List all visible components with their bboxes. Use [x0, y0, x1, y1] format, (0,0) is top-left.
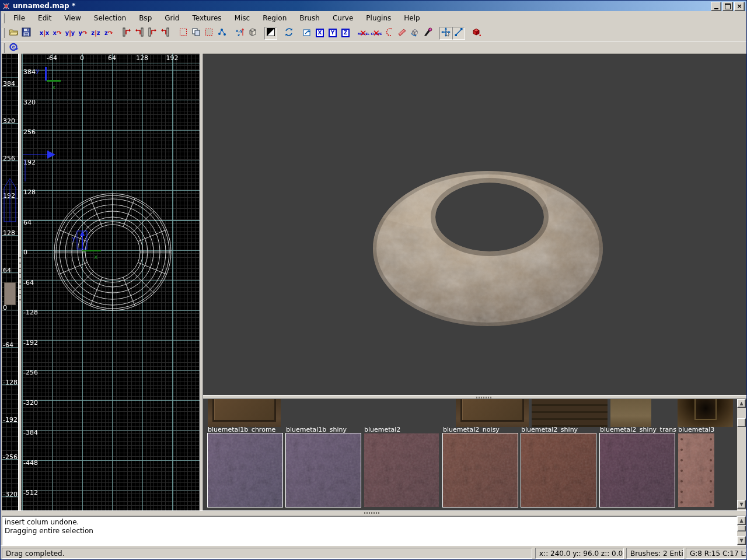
menu-file[interactable]: File: [7, 12, 32, 24]
rotate-y-button[interactable]: y↷: [76, 27, 89, 40]
patch-drill-down-button[interactable]: [409, 27, 421, 40]
scrollbar-thumb[interactable]: [737, 418, 746, 427]
texture-item-bluemetal2[interactable]: bluemetal2: [364, 426, 439, 507]
cs-top-button[interactable]: [146, 27, 159, 40]
texture-item-bluemetal2_shiny[interactable]: bluemetal2_shiny: [521, 426, 596, 507]
menu-view[interactable]: View: [58, 12, 87, 24]
status-coordinates: x:: 240.0 y:: 96.0 z:: 0.0: [535, 548, 624, 559]
dont-select-curves-button[interactable]: CURVE✕: [370, 27, 383, 40]
texture-thumb-partial[interactable]: [456, 399, 529, 427]
open-button[interactable]: [7, 27, 20, 40]
free-scaling-button[interactable]: [246, 27, 259, 40]
menu-bsp[interactable]: Bsp: [132, 12, 158, 24]
texture-item-bluemetal2_noisy[interactable]: bluemetal2_noisy: [443, 426, 518, 507]
rotate-x-button[interactable]: x↷: [51, 27, 64, 40]
scroll-down-button[interactable]: ▼: [737, 536, 746, 545]
cs-complete-tall-button[interactable]: [120, 27, 133, 40]
selection-filled-button[interactable]: [203, 27, 215, 40]
texture-item-bluemetal2_shiny_trans[interactable]: bluemetal2_shiny_trans: [600, 426, 675, 507]
selection-filled-icon: [204, 27, 214, 38]
camera-3d-view[interactable]: [203, 54, 746, 395]
cubic-clipping-button[interactable]: [470, 27, 483, 40]
select-vertices-button[interactable]: [439, 27, 452, 40]
svg-text:z: z: [238, 33, 240, 37]
scroll-up-button[interactable]: ▲: [737, 516, 746, 525]
console-scrollbar[interactable]: ▲ ▼: [737, 516, 746, 545]
axis-legend: y x: [36, 67, 61, 91]
rotate-z-icon: z↷: [104, 29, 113, 37]
patch-insert-icon: [423, 27, 432, 38]
console-line: insert colum undone.: [5, 518, 734, 527]
menu-misc[interactable]: Misc: [228, 12, 257, 24]
refresh-models-button[interactable]: [282, 27, 295, 40]
menu-textures[interactable]: Textures: [186, 12, 228, 24]
title-bar[interactable]: unnamed.map * ×: [1, 1, 746, 11]
cs-complete-short-button[interactable]: [133, 27, 146, 40]
origin-marker: x y: [72, 231, 101, 261]
texture-scrollbar[interactable]: ▲ ▼: [737, 399, 746, 510]
scrollbar-thumb[interactable]: [737, 526, 746, 531]
window-title: unnamed.map *: [13, 2, 75, 10]
select-edges-button[interactable]: [452, 27, 465, 40]
toolbar-grip[interactable]: [2, 13, 5, 23]
clone-selection-button[interactable]: [190, 27, 203, 40]
menu-help[interactable]: Help: [397, 12, 426, 24]
close-button[interactable]: ×: [734, 2, 745, 11]
change-views-button[interactable]: [301, 27, 313, 40]
xy-2d-view[interactable]: -64064128192 384320256192128640-64-128-1…: [22, 54, 200, 510]
entity-connect-button[interactable]: [215, 27, 228, 40]
texture-lock-icon: [266, 27, 275, 38]
patch-weld-button[interactable]: [396, 27, 409, 40]
texture-thumb: [443, 433, 518, 507]
open-icon: [9, 27, 19, 38]
plugin-refresh-button[interactable]: e: [7, 41, 20, 54]
menu-curve[interactable]: Curve: [326, 12, 359, 24]
dont-select-models-button[interactable]: MODEL✕: [357, 27, 370, 40]
texture-item-bluemetal3[interactable]: bluemetal3: [678, 426, 714, 507]
texture-lock-button[interactable]: [264, 27, 277, 40]
texture-browser[interactable]: bluemetal1b_chromebluemetal1b_shinybluem…: [203, 399, 746, 510]
status-message: Drag completed.: [2, 548, 532, 559]
lock-y-button[interactable]: Y: [326, 27, 339, 40]
scroll-down-button[interactable]: ▼: [737, 500, 746, 509]
svg-text:x: x: [94, 253, 98, 261]
patch-insert-button[interactable]: [421, 27, 434, 40]
show-patch-bounds-icon: [385, 27, 394, 38]
menu-selection[interactable]: Selection: [88, 12, 132, 24]
menu-plugins[interactable]: Plugins: [359, 12, 397, 24]
toolbar-grip[interactable]: [2, 28, 5, 38]
z-window[interactable]: 384320256192128640-64-128-192-256-320: [2, 54, 18, 510]
texture-thumb-partial[interactable]: [678, 399, 733, 427]
texture-thumb-partial[interactable]: [532, 399, 608, 427]
texture-thumb-partial[interactable]: [208, 399, 281, 427]
lock-x-button[interactable]: X: [313, 27, 326, 40]
texture-thumb-partial[interactable]: [610, 399, 651, 427]
console-splitter[interactable]: [2, 510, 746, 516]
menu-brush[interactable]: Brush: [293, 12, 326, 24]
restore-button[interactable]: [722, 2, 733, 11]
texture-item-bluemetal1b_chrome[interactable]: bluemetal1b_chrome: [208, 426, 282, 507]
menu-grid[interactable]: Grid: [158, 12, 186, 24]
texture-item-bluemetal1b_shiny[interactable]: bluemetal1b_shiny: [286, 426, 361, 507]
free-rotation-button[interactable]: x,yz: [233, 27, 246, 40]
lock-z-button[interactable]: Z: [339, 27, 352, 40]
entity-connect-icon: [217, 27, 226, 38]
scroll-up-button[interactable]: ▲: [737, 399, 746, 408]
texture-splitter[interactable]: [203, 395, 746, 399]
selection-outline-button[interactable]: [177, 27, 190, 40]
cs-bottom-icon: [160, 27, 170, 38]
rotate-z-button[interactable]: z↷: [102, 27, 115, 40]
dont-select-curves-icon: CURVE✕: [371, 29, 382, 37]
flip-x-button[interactable]: x|x: [38, 27, 51, 40]
flip-z-button[interactable]: z|z: [89, 27, 102, 40]
cs-bottom-button[interactable]: [159, 27, 172, 40]
minimize-button[interactable]: [711, 2, 721, 11]
menu-edit[interactable]: Edit: [32, 12, 58, 24]
menu-region[interactable]: Region: [256, 12, 293, 24]
flip-y-button[interactable]: y|y: [64, 27, 76, 40]
splitter-grip-icon: [19, 257, 21, 304]
svg-text:y: y: [36, 67, 40, 75]
show-patch-bounds-button[interactable]: [383, 27, 396, 40]
save-button[interactable]: [20, 27, 33, 40]
toolbar-grip[interactable]: [2, 43, 5, 53]
